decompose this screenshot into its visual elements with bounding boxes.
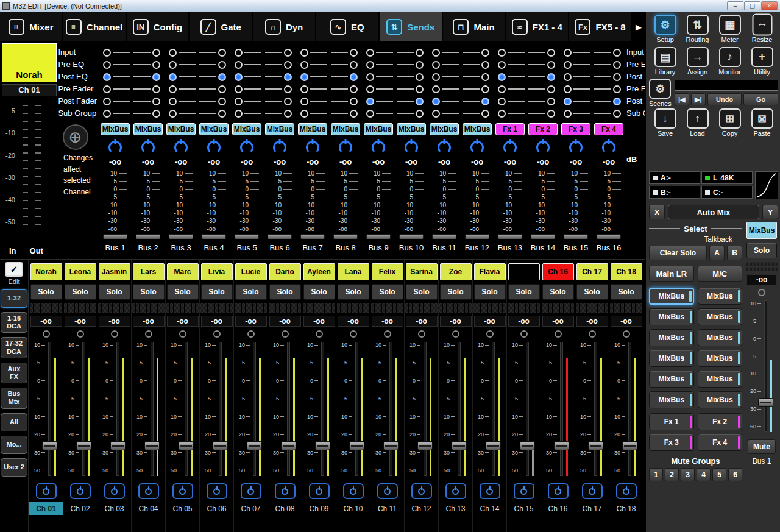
tap-radio-post_fader[interactable] xyxy=(432,98,440,105)
channel-fader[interactable]: 1050510203050 xyxy=(132,328,165,481)
fx-select-button-4[interactable]: Fx 4 xyxy=(698,434,743,451)
tab-sends[interactable]: ⇅Sends xyxy=(380,12,443,41)
fx-select-button-3[interactable]: Fx 3 xyxy=(649,434,694,451)
assign-button[interactable]: →Assign xyxy=(681,47,714,76)
channel-name-button[interactable]: Ch 16 xyxy=(542,263,574,280)
tap-radio-post_fader[interactable] xyxy=(498,98,506,105)
bank-nav-aux-fx[interactable]: Aux FX xyxy=(1,363,27,383)
tap-radio-input[interactable] xyxy=(350,49,358,57)
fader-handle[interactable] xyxy=(247,441,262,450)
channel-name-button[interactable] xyxy=(508,263,540,280)
fader-handle[interactable] xyxy=(554,441,569,450)
send-fader-handle[interactable] xyxy=(498,234,522,239)
send-fader-handle[interactable] xyxy=(465,234,489,239)
send-level-knob[interactable] xyxy=(240,141,254,154)
pan-knob[interactable] xyxy=(452,330,459,338)
tap-radio-sub_group[interactable] xyxy=(103,110,111,118)
fader-handle[interactable] xyxy=(42,441,57,450)
automix-y-button[interactable]: Y xyxy=(762,205,778,219)
bank-nav-user-2[interactable]: User 2 xyxy=(1,458,27,477)
tap-radio-pre_eq[interactable] xyxy=(481,61,489,69)
tap-radio-pre_fader[interactable] xyxy=(152,85,160,93)
pan-knob[interactable] xyxy=(179,330,186,338)
tap-radio-input[interactable] xyxy=(218,49,226,57)
channel-fader[interactable]: 1050510203050 xyxy=(575,328,609,481)
tap-radio-post_fader[interactable] xyxy=(366,98,374,105)
send-level-knob[interactable] xyxy=(174,141,188,154)
solo-button[interactable]: Solo xyxy=(235,284,267,300)
tap-radio-post_eq[interactable] xyxy=(350,73,358,81)
fader-handle[interactable] xyxy=(315,441,330,450)
solo-button[interactable]: Solo xyxy=(99,284,130,300)
power-button[interactable] xyxy=(138,483,159,499)
tap-radio-post_fader[interactable] xyxy=(169,98,177,105)
mixbus-select-button-2[interactable]: MixBus xyxy=(698,288,743,305)
mixbus-select-button-6[interactable]: MixBus xyxy=(698,329,743,346)
channel-fader[interactable]: 1050510203050 xyxy=(507,328,541,481)
tap-radio-pre_fader[interactable] xyxy=(481,85,489,93)
send-fader-handle[interactable] xyxy=(136,234,160,239)
pan-knob[interactable] xyxy=(145,330,152,338)
scene-prev-button[interactable]: |◀ xyxy=(675,93,689,105)
tap-radio-post_eq[interactable] xyxy=(481,73,489,81)
tap-radio-pre_eq[interactable] xyxy=(103,61,111,69)
tap-radio-pre_eq[interactable] xyxy=(350,61,358,69)
edit-button[interactable]: ✓ Edit xyxy=(5,262,23,285)
tap-radio-sub_group[interactable] xyxy=(169,110,177,118)
mute-group-button-2[interactable]: 2 xyxy=(665,468,679,481)
tap-radio-pre_fader[interactable] xyxy=(300,85,308,93)
solo-button[interactable]: Solo xyxy=(542,284,574,300)
pan-knob[interactable] xyxy=(282,330,289,338)
mute-group-button-5[interactable]: 5 xyxy=(712,468,726,481)
channel-name-button[interactable]: Norah xyxy=(30,263,62,280)
tap-radio-pre_fader[interactable] xyxy=(366,85,374,93)
pan-knob[interactable] xyxy=(589,330,596,338)
tap-radio-pre_eq[interactable] xyxy=(547,61,555,69)
tap-radio-pre_fader[interactable] xyxy=(547,85,555,93)
solo-button[interactable]: Solo xyxy=(269,284,301,300)
mixbus-send-button[interactable]: MixBus xyxy=(199,123,229,135)
send-level-knob[interactable] xyxy=(470,141,484,154)
channel-fader[interactable]: 1050510203050 xyxy=(439,328,472,481)
fx-send-button[interactable]: Fx 4 xyxy=(594,123,623,135)
tap-radio-post_eq[interactable] xyxy=(300,73,308,81)
send-level-knob[interactable] xyxy=(405,141,418,154)
bank-nav-all[interactable]: All xyxy=(1,413,27,431)
tap-radio-post_fader[interactable] xyxy=(152,98,160,105)
tab-fx1-4[interactable]: ≈FX1 - 4 xyxy=(506,12,569,41)
tap-radio-pre_eq[interactable] xyxy=(152,61,160,69)
pan-knob[interactable] xyxy=(555,330,562,338)
tap-radio-sub_group[interactable] xyxy=(366,110,374,118)
send-fader-handle[interactable] xyxy=(169,234,193,239)
tap-radio-post_fader[interactable] xyxy=(103,98,111,105)
tap-radio-input[interactable] xyxy=(366,49,374,57)
tap-radio-post_fader[interactable] xyxy=(218,98,226,105)
mixbus-send-button[interactable]: MixBus xyxy=(364,123,393,135)
pan-knob[interactable] xyxy=(77,330,84,338)
tap-radio-post_fader[interactable] xyxy=(547,98,555,105)
channel-fader[interactable]: 1050510203050 xyxy=(234,328,268,481)
power-button[interactable] xyxy=(480,483,500,499)
mixbus-select-button-3[interactable]: MixBus xyxy=(649,308,694,325)
channel-name-button[interactable]: Dario xyxy=(269,263,301,280)
solo-button[interactable]: Solo xyxy=(576,284,608,300)
mixbus-select-button-8[interactable]: MixBus xyxy=(698,350,743,367)
tap-radio-post_fader[interactable] xyxy=(284,98,292,105)
tap-radio-sub_group[interactable] xyxy=(284,110,292,118)
channel-name-button[interactable]: Ch 18 xyxy=(611,263,642,280)
main-lr-button[interactable]: Main LR xyxy=(649,266,694,282)
channel-fader[interactable]: 1050510203050 xyxy=(370,328,404,481)
talkback-a-button[interactable]: A xyxy=(709,246,725,260)
tap-radio-pre_eq[interactable] xyxy=(300,61,308,69)
tap-radio-pre_fader[interactable] xyxy=(350,85,358,93)
undo-button[interactable]: Undo xyxy=(707,93,742,105)
send-fader-handle[interactable] xyxy=(103,234,127,239)
tap-radio-sub_group[interactable] xyxy=(350,110,358,118)
fader-handle[interactable] xyxy=(76,441,91,450)
channel-name-button[interactable]: Flavia xyxy=(474,263,506,280)
tap-radio-post_eq[interactable] xyxy=(218,73,226,81)
power-button[interactable] xyxy=(616,483,637,499)
channel-fader[interactable]: 1050510203050 xyxy=(609,328,643,481)
channel-fader[interactable]: 1050510203050 xyxy=(166,328,199,481)
pan-knob[interactable] xyxy=(350,330,357,338)
